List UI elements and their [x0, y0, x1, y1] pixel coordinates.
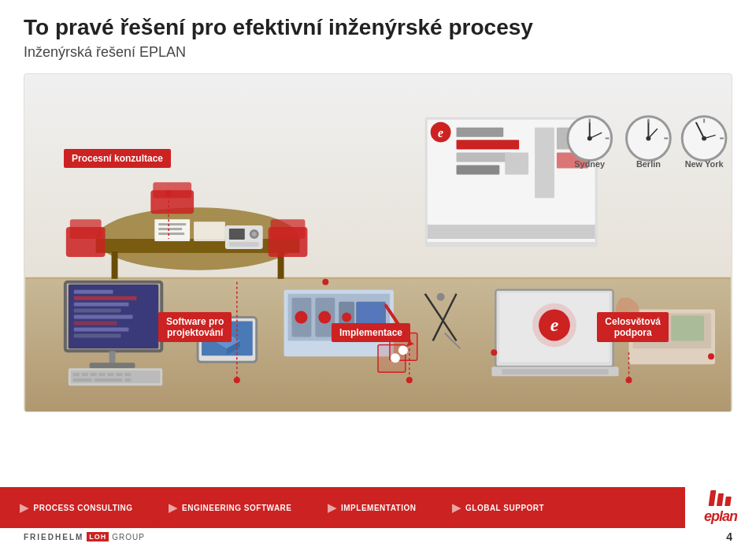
- svg-point-132: [165, 190, 172, 196]
- page-subtitle: Inženýrská řešení EPLAN: [24, 44, 732, 61]
- svg-rect-76: [117, 373, 123, 376]
- label-implementace: Implementace: [332, 323, 410, 342]
- svg-rect-60: [74, 296, 137, 300]
- eplan-logo-box: eplan: [685, 487, 756, 528]
- svg-rect-30: [457, 165, 500, 174]
- svg-rect-65: [74, 327, 129, 331]
- svg-rect-64: [74, 321, 117, 325]
- svg-point-124: [708, 353, 714, 359]
- svg-rect-77: [125, 373, 132, 376]
- svg-rect-12: [271, 219, 306, 239]
- svg-rect-80: [125, 378, 132, 381]
- svg-point-122: [322, 278, 328, 285]
- step-implementation: ▶ IMPLEMENTATION: [312, 487, 436, 528]
- svg-point-92: [318, 311, 331, 323]
- footer: FRIEDHELM LOH GROUP 4: [0, 528, 756, 545]
- svg-rect-29: [457, 152, 512, 162]
- svg-rect-27: [457, 127, 504, 136]
- svg-rect-73: [91, 373, 97, 376]
- label-celosvetova: Celosvětová podpora: [597, 312, 669, 342]
- svg-rect-59: [74, 289, 113, 293]
- svg-point-100: [437, 292, 445, 300]
- svg-point-93: [342, 312, 351, 322]
- svg-rect-15: [158, 228, 182, 230]
- page-number: 4: [726, 530, 732, 543]
- loh-badge: LOH: [87, 532, 109, 541]
- company-logo: FRIEDHELM LOH GROUP: [24, 532, 145, 541]
- svg-rect-35: [428, 225, 595, 239]
- svg-rect-5: [112, 251, 118, 279]
- svg-rect-74: [99, 373, 106, 376]
- svg-rect-63: [74, 314, 133, 318]
- svg-rect-71: [73, 373, 80, 376]
- page-title: To pravé řešení pro efektivní inženýrské…: [24, 14, 732, 41]
- svg-rect-16: [158, 233, 184, 235]
- svg-rect-17: [194, 221, 225, 241]
- svg-rect-20: [229, 242, 259, 247]
- label-software: Software pro projektování: [158, 312, 232, 342]
- svg-rect-19: [229, 229, 245, 240]
- svg-rect-68: [90, 363, 135, 368]
- svg-rect-108: [502, 369, 608, 374]
- svg-text:Sydney: Sydney: [574, 159, 606, 169]
- svg-rect-62: [74, 308, 121, 312]
- svg-rect-120: [671, 315, 704, 340]
- svg-rect-32: [535, 127, 554, 198]
- svg-rect-8: [70, 219, 102, 239]
- svg-point-129: [398, 345, 408, 355]
- step-process-consulting: ▶ PROCESS CONSULTING: [12, 487, 153, 528]
- svg-rect-31: [505, 152, 528, 174]
- bottom-bar: ▶ PROCESS CONSULTING ▶ ENGINEERING SOFTW…: [0, 487, 756, 528]
- label-procesni: Procesní konzultace: [64, 149, 171, 168]
- svg-text:Berlin: Berlin: [636, 159, 661, 169]
- svg-text:e: e: [438, 125, 443, 139]
- svg-rect-14: [158, 223, 186, 225]
- svg-rect-78: [73, 378, 92, 381]
- svg-point-134: [234, 377, 240, 383]
- svg-point-138: [626, 377, 632, 383]
- svg-rect-66: [74, 333, 121, 337]
- bottom-steps: ▶ PROCESS CONSULTING ▶ ENGINEERING SOFTW…: [0, 487, 685, 528]
- svg-point-130: [391, 353, 400, 363]
- svg-rect-75: [108, 373, 114, 376]
- svg-text:New York: New York: [685, 159, 724, 169]
- svg-point-136: [406, 377, 413, 383]
- svg-rect-72: [82, 373, 88, 376]
- page-header: To pravé řešení pro efektivní inženýrské…: [0, 0, 756, 65]
- svg-text:e: e: [550, 314, 559, 335]
- svg-point-123: [491, 349, 497, 355]
- svg-rect-61: [74, 302, 129, 306]
- step-global-support: ▶ GLOBAL SUPPORT: [436, 487, 565, 528]
- illustration-area: e: [24, 73, 732, 412]
- svg-rect-28: [457, 140, 520, 149]
- step-engineering-software: ▶ ENGINEERING SOFTWARE: [153, 487, 312, 528]
- svg-point-22: [252, 232, 257, 236]
- svg-rect-79: [94, 378, 123, 381]
- svg-rect-10: [153, 182, 191, 198]
- svg-point-91: [295, 311, 307, 323]
